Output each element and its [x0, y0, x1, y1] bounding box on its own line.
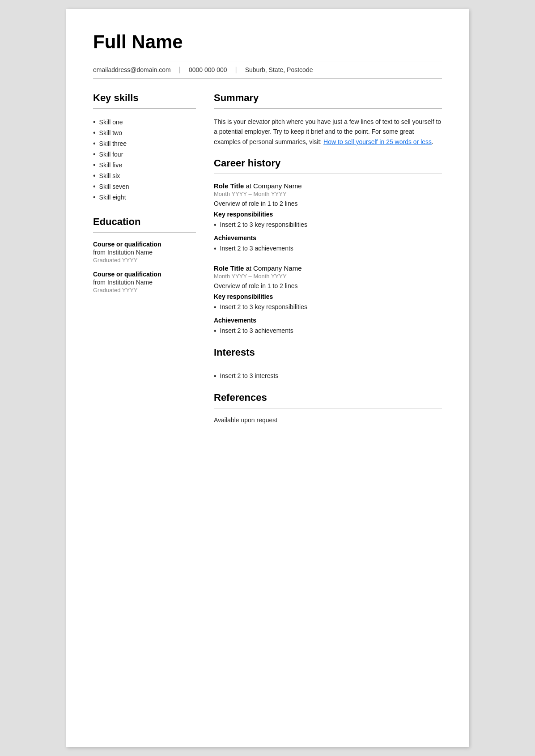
career-achievements-list: Insert 2 to 3 achievements	[214, 244, 442, 254]
career-responsibilities-title: Key responsibilities	[214, 293, 442, 300]
left-column: Key skills Skill oneSkill twoSkill three…	[93, 92, 196, 428]
edu-institution: from Institution Name	[93, 249, 196, 256]
responsibility-item: Insert 2 to 3 key responsibilities	[214, 220, 442, 230]
skill-item: Skill eight	[93, 192, 196, 203]
career-achievements-list: Insert 2 to 3 achievements	[214, 326, 442, 336]
edu-graduated: Graduated YYYY	[93, 287, 196, 293]
resume-page: Full Name emailaddress@domain.com | 0000…	[66, 9, 469, 747]
summary-text: This is your elevator pitch where you ha…	[214, 117, 442, 147]
summary-title: Summary	[214, 92, 442, 104]
skill-item: Skill seven	[93, 181, 196, 192]
achievement-item: Insert 2 to 3 achievements	[214, 244, 442, 254]
career-overview: Overview of role in 1 to 2 lines	[214, 282, 442, 289]
responsibility-item: Insert 2 to 3 key responsibilities	[214, 302, 442, 312]
career-company: at Company Name	[244, 264, 301, 272]
career-title: Career history	[214, 157, 442, 169]
references-title: References	[214, 392, 442, 403]
career-dates: Month YYYY – Month YYYY	[214, 191, 442, 197]
contact-bar: emailaddress@domain.com | 0000 000 000 |…	[93, 61, 442, 79]
separator-2: |	[235, 66, 237, 74]
skills-section: Key skills Skill oneSkill twoSkill three…	[93, 92, 196, 203]
interests-divider	[214, 363, 442, 363]
career-role-line: Role Title at Company Name	[214, 182, 442, 190]
edu-course: Course or qualification	[93, 271, 196, 278]
skills-divider	[93, 108, 196, 109]
education-entry-0: Course or qualificationfrom Institution …	[93, 241, 196, 263]
career-responsibilities-title: Key responsibilities	[214, 211, 442, 218]
summary-link[interactable]: How to sell yourself in 25 words or less	[323, 138, 432, 145]
main-content: Key skills Skill oneSkill twoSkill three…	[93, 92, 442, 428]
summary-divider	[214, 108, 442, 109]
career-company: at Company Name	[244, 182, 301, 190]
skill-item: Skill five	[93, 160, 196, 170]
edu-institution: from Institution Name	[93, 279, 196, 286]
career-entry-1: Role Title at Company NameMonth YYYY – M…	[214, 264, 442, 336]
references-text: Available upon request	[214, 416, 442, 424]
references-divider	[214, 408, 442, 408]
career-list: Role Title at Company NameMonth YYYY – M…	[214, 182, 442, 336]
interests-list: Insert 2 to 3 interests	[214, 371, 442, 381]
interests-title: Interests	[214, 347, 442, 358]
skills-title: Key skills	[93, 92, 196, 104]
edu-course: Course or qualification	[93, 241, 196, 248]
phone: 0000 000 000	[189, 66, 235, 73]
career-entry-0: Role Title at Company NameMonth YYYY – M…	[214, 182, 442, 254]
email: emailaddress@domain.com	[93, 66, 179, 73]
interests-section: Interests Insert 2 to 3 interests	[214, 347, 442, 381]
skills-list: Skill oneSkill twoSkill threeSkill fourS…	[93, 117, 196, 203]
career-responsibilities-list: Insert 2 to 3 key responsibilities	[214, 302, 442, 312]
career-role-bold: Role Title	[214, 182, 244, 190]
right-column: Summary This is your elevator pitch wher…	[214, 92, 442, 428]
career-dates: Month YYYY – Month YYYY	[214, 273, 442, 280]
summary-suffix: .	[432, 138, 433, 145]
interest-item: Insert 2 to 3 interests	[214, 371, 442, 381]
career-responsibilities-list: Insert 2 to 3 key responsibilities	[214, 220, 442, 230]
skill-item: Skill four	[93, 149, 196, 160]
summary-section: Summary This is your elevator pitch wher…	[214, 92, 442, 147]
education-entry-1: Course or qualificationfrom Institution …	[93, 271, 196, 293]
career-overview: Overview of role in 1 to 2 lines	[214, 200, 442, 207]
skill-item: Skill six	[93, 170, 196, 181]
career-achievements-title: Achievements	[214, 317, 442, 324]
references-section: References Available upon request	[214, 392, 442, 424]
skill-item: Skill two	[93, 127, 196, 138]
career-role-bold: Role Title	[214, 264, 244, 272]
career-divider	[214, 174, 442, 174]
career-section: Career history Role Title at Company Nam…	[214, 157, 442, 336]
education-divider	[93, 232, 196, 233]
separator-1: |	[179, 66, 181, 74]
education-list: Course or qualificationfrom Institution …	[93, 241, 196, 293]
full-name: Full Name	[93, 31, 442, 53]
career-role-line: Role Title at Company Name	[214, 264, 442, 272]
career-achievements-title: Achievements	[214, 234, 442, 242]
location: Suburb, State, Postcode	[245, 66, 321, 73]
education-title: Education	[93, 216, 196, 228]
education-section: Education Course or qualificationfrom In…	[93, 216, 196, 293]
edu-graduated: Graduated YYYY	[93, 257, 196, 263]
skill-item: Skill one	[93, 117, 196, 127]
skill-item: Skill three	[93, 138, 196, 149]
achievement-item: Insert 2 to 3 achievements	[214, 326, 442, 336]
